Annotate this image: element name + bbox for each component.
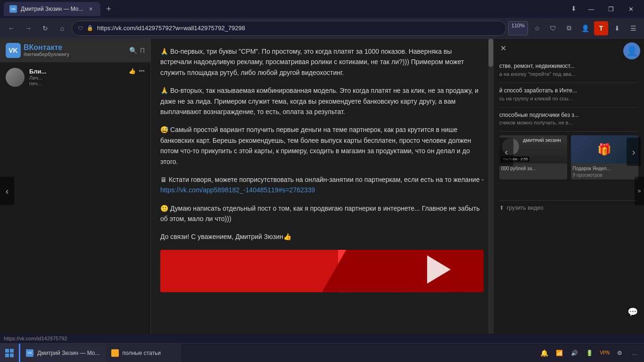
scrollbar-thumb [488,39,493,67]
nav-right-icons: 110% ☆ 🛡 ⧉ 👤 T ⬇ ☰ [508,21,640,35]
load-video-button[interactable]: ⬆ грузить видео [499,205,638,211]
window-controls: ⬇ — ❐ ✕ [567,1,640,16]
tab-bar: VK Дмитрий Зюзин — Мо... ✕ + [4,2,116,16]
vk-user-icon[interactable]: П [140,47,145,54]
sidebar-link-item-3[interactable]: способные подписчики без з... счиков мож… [499,111,638,126]
sidebar-link-title-2: й способ заработать в Инте... [499,87,638,95]
post-paragraph-6: До связи! С уважением, Дмитрий Зюзин👍 [160,231,484,242]
title-bar: VK Дмитрий Зюзин — Мо... ✕ + ⬇ — ❐ ✕ [0,0,644,18]
vk-user-avatar [6,68,25,87]
new-tab-button[interactable]: + [102,2,116,16]
right-sidebar-items: стве, ремонт, недвижимост... а на кнопку… [494,39,644,343]
zoom-level[interactable]: 110% [508,21,528,35]
shield-icon[interactable]: 🛡 [546,21,560,35]
taskbar-battery-icon[interactable]: 🔋 [583,346,596,360]
post-image [160,250,484,292]
sidebar-chat-icon[interactable]: 💬 [625,304,640,320]
taskbar-sound-icon[interactable]: 🔊 [568,346,581,360]
taskbar-browser-favicon: VK [26,349,33,357]
main-scrollbar[interactable] [488,39,493,343]
post-image-logo [418,251,455,288]
vk-header: VK ВКонтакте #неткибербуллингу 🔍 П [0,39,150,62]
download-icon[interactable]: ⬇ [610,21,624,35]
vk-logo: VK ВКонтакте #неткибербуллингу [6,43,69,58]
tab-close-button[interactable]: ✕ [87,5,95,13]
vk-user-name: Бли... [29,68,124,75]
post-paragraph-3: 😅 Самый простой вариант получить первые … [160,124,484,167]
sidebar-link-sub-3: счиков можно получать, не в... [499,120,638,125]
taskbar-notification-icon[interactable]: 🔔 [538,346,551,360]
post-paragraph-5: 🙂 Думаю написать отдельный пост о том, к… [160,203,484,224]
post-paragraph-1: 🙏 Во-первых, три буквы "CPM". По простом… [160,46,484,78]
post-link[interactable]: https://vk.com/app5898182_-140485119#s=2… [160,186,315,194]
taskbar-time: ... [628,350,640,356]
load-video-label: грузить видео [507,205,544,211]
carousel-right-arrow[interactable]: › [627,138,641,166]
vk-user-info: Бли... Лич... печ... [29,68,124,87]
home-button[interactable]: ⌂ [55,21,70,36]
minimize-button[interactable]: — [582,1,601,16]
video-meta-1 [499,172,567,174]
active-tab[interactable]: VK Дмитрий Зюзин — Мо... ✕ [4,2,100,16]
sidebar-divider-3 [499,131,638,132]
right-sidebar-close-button[interactable]: ✕ [497,42,509,54]
svg-marker-0 [427,255,451,284]
refresh-button[interactable]: ↻ [38,21,53,36]
forward-button[interactable]: → [21,21,36,36]
bookmark-icon[interactable]: ☆ [530,21,544,35]
sidebar-link-title-3: способные подписчики без з... [499,111,638,119]
status-bar: https://vk.com/id142975792 [0,334,644,343]
post-paragraph-4: 🖥 Кстати говоря, можете поприсутствовать… [160,174,484,196]
taskbar-articles-item[interactable]: полные статьи [106,344,181,362]
vk-logo-icon: VK [6,43,21,58]
taskbar-extra-icon[interactable]: ⚙ [613,346,627,360]
svg-rect-3 [5,354,9,357]
taskbar: VK Дмитрий Зюзин — Мо... полные статьи 🔔… [0,343,644,362]
sync-icon[interactable]: 👤 [578,21,592,35]
video-carousel-area: ‹ ДМИТРИЙ ЗЮЗИН YouTube · 2:55 [499,135,638,197]
reader-icon[interactable]: ⧉ [562,21,576,35]
svg-rect-2 [10,349,14,353]
taskbar-browser-label: Дмитрий Зюзин — Мо... [37,350,100,356]
status-url: https://vk.com/id142975792 [4,336,67,341]
more-icon: ••• [139,68,145,74]
maximize-button[interactable]: ❐ [602,1,620,16]
sidebar-link-item-2[interactable]: й способ заработать в Инте... сь на груп… [499,87,638,101]
post-paragraph-2: 🙏 Во-вторых, так называемая комбинирован… [160,85,484,117]
lock-icon: 🔒 [87,25,93,31]
extensions-icon[interactable]: ⬇ [567,1,581,16]
sidebar-divider-2 [499,107,638,107]
url-text: https://vk.com/id142975792?w=wall1429757… [97,25,500,32]
sidebar-link-item-1[interactable]: стве, ремонт, недвижимост... а на кнопку… [499,62,638,77]
taskbar-right-area: 🔔 📶 🔊 🔋 VPN ⚙ ... [538,346,644,360]
vk-logo-info: ВКонтакте #неткибербуллингу [24,43,69,57]
vk-search-icon[interactable]: 🔍 [129,47,137,54]
close-button[interactable]: ✕ [621,1,640,16]
taskbar-browser-item[interactable]: VK Дмитрий Зюзин — Мо... [19,344,106,362]
vk-user-meta2: печ... [29,81,124,86]
tab-title: Дмитрий Зюзин — Мо... [21,6,83,12]
load-video-icon: ⬆ [499,205,504,211]
sidebar-link-sub-1: а на кнопку "перейти" под ава... [499,71,638,77]
right-sidebar-profile-icon[interactable]: 👤 [623,42,640,59]
vk-logo-text: ВКонтакте [24,43,69,52]
vk-user-meta1: Лич... [29,75,124,81]
address-bar[interactable]: 🛡 🔒 https://vk.com/id142975792?w=wall142… [72,21,506,36]
taskbar-vpn-icon[interactable]: VPN [598,346,611,360]
start-button[interactable] [0,344,19,362]
vk-nav-icons: 🔍 П [129,47,145,54]
back-button[interactable]: ← [4,21,19,36]
navigation-bar: ← → ↻ ⌂ 🛡 🔒 https://vk.com/id142975792?w… [0,18,644,39]
taskbar-network-icon[interactable]: 📶 [553,346,566,360]
vk-user-area: Бли... Лич... печ... 👍 ••• [0,62,150,92]
tab-favicon: VK [9,5,17,13]
security-icon: 🛡 [78,25,83,31]
profile-t-icon[interactable]: T [594,21,608,35]
carousel-left-arrow[interactable]: ‹ [499,138,513,166]
taskbar-articles-label: полные статьи [123,350,161,356]
post-content-area[interactable]: 🙏 Во-первых, три буквы "CPM". По простом… [151,39,493,343]
menu-icon[interactable]: ☰ [626,21,640,35]
sidebar-link-sub-2: сь на группу и кликай по ссы... [499,96,638,101]
collapse-sidebar-button[interactable]: » [635,177,644,205]
left-nav-arrow[interactable]: ‹ [0,177,14,205]
